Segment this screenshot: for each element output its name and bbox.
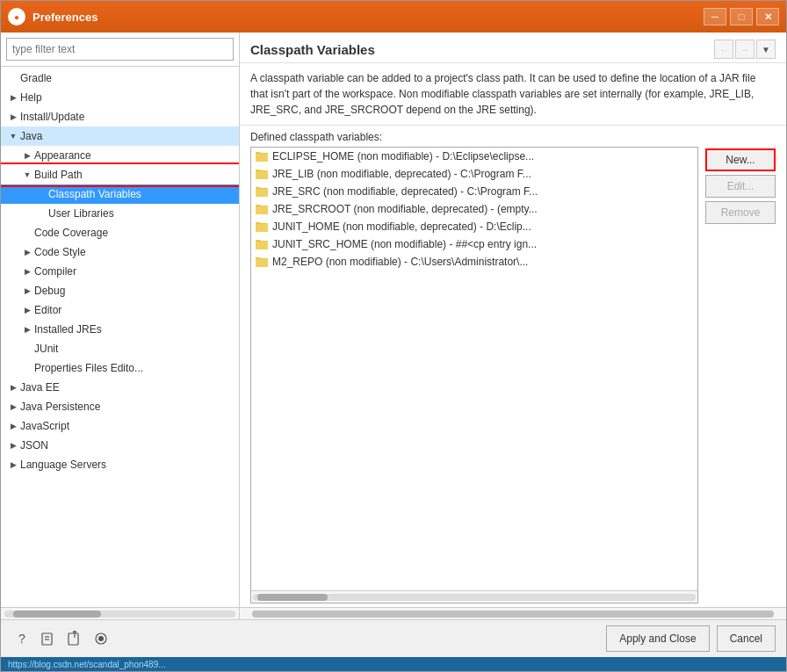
- sidebar-item-label-gradle: Gradle: [20, 72, 239, 84]
- panel-scroll-track: [252, 611, 774, 618]
- sidebar-item-classpath-variables[interactable]: Classpath Variables: [1, 184, 239, 204]
- sidebar-item-label-language-servers: Language Servers: [20, 459, 239, 471]
- list-scrollbar-h[interactable]: [251, 590, 697, 603]
- sidebar: Gradle▶Help▶Install/Update▼Java▶Appearan…: [1, 33, 240, 619]
- tree-arrow-code-style: ▶: [22, 247, 32, 257]
- sidebar-item-editor[interactable]: ▶Editor: [1, 300, 239, 320]
- edit-button[interactable]: Edit...: [705, 175, 776, 198]
- tree-arrow-installed-jres: ▶: [22, 324, 32, 335]
- app-icon: ●: [8, 8, 25, 25]
- new-button[interactable]: New...: [705, 148, 776, 171]
- classpath-item-junit-src-home[interactable]: JUNIT_SRC_HOME (non modifiable) - ##<cp …: [251, 235, 697, 253]
- tree-container: Gradle▶Help▶Install/Update▼Java▶Appearan…: [1, 67, 239, 607]
- sidebar-item-gradle[interactable]: Gradle: [1, 69, 239, 88]
- tree-arrow-junit: [22, 343, 32, 354]
- tree-arrow-javascript: ▶: [8, 421, 18, 431]
- sidebar-item-install-update[interactable]: ▶Install/Update: [1, 107, 239, 126]
- bottom-right: Apply and Close Cancel: [606, 625, 776, 652]
- classpath-item-eclipse-home[interactable]: ECLIPSE_HOME (non modifiable) - D:\Eclip…: [251, 148, 697, 165]
- close-button[interactable]: ✕: [756, 8, 779, 25]
- sidebar-item-label-build-path: Build Path: [34, 169, 239, 181]
- sidebar-item-java[interactable]: ▼Java: [1, 126, 239, 146]
- scroll-thumb: [13, 611, 101, 618]
- bottom-bar: ?: [1, 619, 786, 657]
- sidebar-scrollbar-h[interactable]: [1, 607, 239, 619]
- sidebar-item-label-debug: Debug: [34, 285, 239, 297]
- cancel-button[interactable]: Cancel: [717, 625, 776, 652]
- classpath-item-jre-lib[interactable]: JRE_LIB (non modifiable, deprecated) - C…: [251, 165, 697, 183]
- sidebar-item-help[interactable]: ▶Help: [1, 88, 239, 107]
- main-panel: Classpath Variables ← → ▼ A classpath va…: [240, 33, 786, 619]
- sidebar-item-label-json: JSON: [20, 439, 239, 452]
- panel-nav: ← → ▼: [714, 40, 776, 59]
- tree-arrow-java-ee: ▶: [8, 382, 18, 393]
- list-scroll-thumb: [257, 594, 328, 601]
- nav-back-button[interactable]: ←: [714, 40, 733, 59]
- titlebar: ● Preferences ─ □ ✕: [1, 1, 786, 33]
- sidebar-item-label-install-update: Install/Update: [20, 111, 239, 123]
- sidebar-item-label-code-style: Code Style: [34, 246, 239, 258]
- panel-scrollbar-h[interactable]: [240, 607, 786, 619]
- minimize-button[interactable]: ─: [704, 8, 726, 25]
- sidebar-item-appearance[interactable]: ▶Appearance: [1, 146, 239, 165]
- search-input[interactable]: [6, 38, 234, 61]
- tree-arrow-gradle: [8, 73, 18, 83]
- sidebar-item-code-style[interactable]: ▶Code Style: [1, 242, 239, 262]
- tree-arrow-language-servers: ▶: [8, 459, 18, 470]
- maximize-button[interactable]: □: [730, 8, 753, 25]
- svg-rect-3: [69, 633, 78, 645]
- classpath-item-jre-src[interactable]: JRE_SRC (non modifiable, deprecated) - C…: [251, 183, 697, 200]
- sidebar-item-junit[interactable]: JUnit: [1, 339, 239, 358]
- folder-icon-junit-home: [255, 220, 269, 234]
- list-with-buttons: ECLIPSE_HOME (non modifiable) - D:\Eclip…: [250, 147, 776, 603]
- sidebar-item-java-persistence[interactable]: ▶Java Persistence: [1, 397, 239, 416]
- sidebar-item-label-java: Java: [20, 130, 239, 142]
- help-icon-btn[interactable]: ?: [11, 628, 32, 649]
- tree-arrow-build-path: ▼: [22, 170, 32, 180]
- content-area: Gradle▶Help▶Install/Update▼Java▶Appearan…: [1, 33, 786, 619]
- sidebar-item-language-servers[interactable]: ▶Language Servers: [1, 455, 239, 474]
- panel-description: A classpath variable can be added to a p…: [240, 63, 786, 126]
- sidebar-item-java-ee[interactable]: ▶Java EE: [1, 378, 239, 397]
- sidebar-item-debug[interactable]: ▶Debug: [1, 281, 239, 300]
- record-btn[interactable]: [90, 628, 112, 649]
- sidebar-item-build-path[interactable]: ▼Build Path: [1, 165, 239, 184]
- sidebar-item-label-junit: JUnit: [34, 343, 239, 355]
- tree-arrow-editor: ▶: [22, 305, 32, 315]
- folder-icon-jre-srcroot: [255, 202, 269, 216]
- nav-forward-button[interactable]: →: [735, 40, 755, 59]
- panel-header: Classpath Variables ← → ▼: [240, 33, 786, 63]
- sidebar-item-label-classpath-variables: Classpath Variables: [48, 188, 239, 200]
- remove-button[interactable]: Remove: [705, 201, 776, 224]
- folder-icon-jre-lib: [255, 167, 269, 181]
- tree-arrow-help: ▶: [8, 92, 18, 103]
- classpath-item-label-junit-src-home: JUNIT_SRC_HOME (non modifiable) - ##<cp …: [272, 238, 537, 250]
- panel-scroll-thumb: [252, 611, 774, 618]
- tree-arrow-user-libraries: [36, 208, 47, 219]
- sidebar-item-code-coverage[interactable]: Code Coverage: [1, 223, 239, 242]
- classpath-item-jre-srcroot[interactable]: JRE_SRCROOT (non modifiable, deprecated)…: [251, 200, 697, 218]
- sidebar-item-javascript[interactable]: ▶JavaScript: [1, 416, 239, 436]
- panel-title: Classpath Variables: [250, 42, 375, 57]
- classpath-item-label-jre-lib: JRE_LIB (non modifiable, deprecated) - C…: [272, 168, 531, 180]
- export-btn[interactable]: [64, 628, 85, 649]
- sidebar-item-installed-jres[interactable]: ▶Installed JREs: [1, 320, 239, 339]
- sidebar-item-label-code-coverage: Code Coverage: [34, 227, 239, 239]
- sidebar-item-label-installed-jres: Installed JREs: [34, 323, 239, 336]
- sidebar-item-compiler[interactable]: ▶Compiler: [1, 262, 239, 281]
- sidebar-item-properties-files-editor[interactable]: Properties Files Edito...: [1, 358, 239, 378]
- classpath-item-m2-repo[interactable]: M2_REPO (non modifiable) - C:\Users\Admi…: [251, 253, 697, 271]
- classpath-item-junit-home[interactable]: JUNIT_HOME (non modifiable, deprecated) …: [251, 218, 697, 235]
- restore-defaults-btn[interactable]: [38, 628, 59, 649]
- tree-arrow-java: ▼: [8, 131, 18, 141]
- apply-close-button[interactable]: Apply and Close: [606, 625, 709, 652]
- window-title: Preferences: [32, 11, 704, 24]
- sidebar-item-user-libraries[interactable]: User Libraries: [1, 204, 239, 223]
- tree-arrow-code-coverage: [22, 228, 32, 238]
- tree-arrow-json: ▶: [8, 440, 18, 451]
- nav-down-button[interactable]: ▼: [756, 40, 776, 59]
- list-scroll-track: [253, 594, 696, 601]
- preferences-window: ● Preferences ─ □ ✕ Gradle▶Help▶Install/…: [0, 0, 787, 672]
- sidebar-item-json[interactable]: ▶JSON: [1, 436, 239, 455]
- status-text: https://blog.csdn.net/scandal_phon489...: [8, 660, 166, 669]
